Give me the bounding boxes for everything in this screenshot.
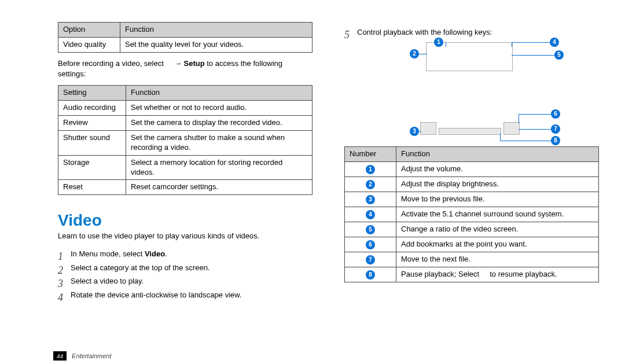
setting-cell: Shutter sound	[58, 130, 126, 155]
table-row: Audio recordingSet whether or not to rec…	[58, 101, 312, 116]
number-cell: 7	[345, 252, 396, 267]
settings-table: Setting Function Audio recordingSet whet…	[58, 85, 312, 195]
table-row: Setting Function	[58, 86, 312, 101]
callout-7-icon: 7	[551, 124, 560, 134]
function-cell: Set the camera to display the recorded v…	[126, 115, 312, 130]
setting-cell: Storage	[58, 155, 126, 180]
option-header: Option	[58, 23, 120, 38]
list-item: 3Select a video to play.	[58, 274, 312, 288]
option-table: Option Function Video quality Set the qu…	[58, 22, 312, 53]
callout-5-icon: 5	[554, 50, 564, 60]
key-number-icon: 5	[366, 225, 375, 234]
function-cell: Pause playback; Select to resume playbac…	[396, 267, 599, 282]
setting-cell: Audio recording	[58, 101, 126, 116]
table-row: 3Move to the previous file.	[345, 192, 599, 207]
table-row: Video quality Set the quality level for …	[58, 37, 312, 52]
key-number-icon: 2	[366, 180, 375, 189]
step-text: Control playback with the following keys…	[357, 28, 492, 36]
table-row: Option Function	[58, 23, 312, 38]
function-cell: Reset camcorder settings.	[126, 180, 312, 195]
key-number-icon: 1	[366, 165, 375, 174]
number-header: Number	[345, 147, 396, 162]
table-row: ResetReset camcorder settings.	[58, 180, 312, 195]
function-cell: Add bookmarks at the point you want.	[396, 237, 599, 252]
connector-line	[519, 129, 552, 130]
list-item: 5 Control playback with the following ke…	[344, 25, 599, 39]
playback-keys-table: Number Function 1Adjust the volume.2Adju…	[344, 146, 599, 282]
connector-line	[519, 114, 519, 123]
connector-line	[446, 42, 446, 47]
number-cell: 3	[345, 192, 396, 207]
steps-list-left: 1In Menu mode, select Video.2Select a ca…	[58, 247, 312, 302]
key-number-icon: 4	[366, 210, 375, 219]
function-cell: Adjust the volume.	[396, 162, 599, 177]
connector-line	[419, 54, 427, 54]
page-number: 44	[53, 351, 67, 361]
function-cell: Set the camera shutter to make a sound w…	[126, 130, 312, 155]
step-text: Select a category at the top of the scre…	[71, 263, 210, 272]
table-row: 1Adjust the volume.	[345, 162, 599, 177]
table-row: 7Move to the next file.	[345, 252, 599, 267]
table-row: 2Adjust the display brightness.	[345, 177, 599, 192]
playback-diagram: 1 2 3 4 5 6 7 8	[376, 42, 567, 141]
connector-line	[519, 114, 552, 115]
function-cell: Activate the 5.1 channel surround sound …	[396, 207, 599, 222]
connector-line	[512, 55, 556, 56]
page-footer: 44 Entertainment	[53, 352, 112, 359]
function-cell: Move to the previous file.	[396, 192, 599, 207]
number-cell: 2	[345, 177, 396, 192]
setting-cell: Review	[58, 115, 126, 130]
connector-line	[512, 42, 512, 47]
step-number: 5	[344, 25, 350, 44]
table-row: Number Function	[345, 147, 599, 162]
connector-line	[500, 141, 552, 141]
callout-6-icon: 6	[551, 109, 560, 119]
function-cell: Set the quality level for your videos.	[120, 37, 312, 52]
section-heading-video: Video	[58, 211, 312, 230]
chapter-name: Entertainment	[72, 352, 111, 359]
setting-cell: Reset	[58, 180, 126, 195]
connector-line	[512, 42, 551, 43]
key-number-icon: 3	[366, 195, 375, 204]
list-item: 2Select a category at the top of the scr…	[58, 261, 312, 274]
list-item: 4Rotate the device anti-clockwise to lan…	[58, 288, 312, 302]
presettings-para: Before recording a video, select → Setup…	[58, 58, 312, 79]
left-column: Option Function Video quality Set the qu…	[58, 22, 312, 305]
option-cell: Video quality	[58, 37, 120, 52]
function-cell: Select a memory location for storing rec…	[126, 155, 312, 180]
number-cell: 4	[345, 207, 396, 222]
function-header: Function	[120, 23, 312, 38]
text: Before recording a video, select	[58, 59, 164, 68]
table-row: ReviewSet the camera to display the reco…	[58, 115, 312, 130]
diagram-next-box	[503, 122, 520, 135]
number-cell: 5	[345, 222, 396, 237]
function-header: Function	[126, 86, 312, 101]
key-number-icon: 7	[366, 255, 375, 264]
key-number-icon: 8	[366, 270, 375, 280]
table-row: 5Change a ratio of the video screen.	[345, 222, 599, 237]
table-row: 4Activate the 5.1 channel surround sound…	[345, 207, 599, 222]
table-row: 8Pause playback; Select to resume playba…	[345, 267, 599, 282]
table-row: 6Add bookmarks at the point you want.	[345, 237, 599, 252]
page-root: Option Function Video quality Set the qu…	[0, 0, 625, 364]
steps-list-right: 5 Control playback with the following ke…	[344, 25, 599, 39]
callout-8-icon: 8	[551, 136, 560, 145]
function-header: Function	[396, 147, 599, 162]
table-row: Shutter soundSet the camera shutter to m…	[58, 130, 312, 155]
step-text: Rotate the device anti-clockwise to land…	[71, 291, 242, 299]
function-cell: Move to the next file.	[396, 252, 599, 267]
diagram-prev-box	[420, 122, 436, 135]
key-number-icon: 6	[366, 240, 375, 249]
function-cell: Change a ratio of the video screen.	[396, 222, 599, 237]
number-cell: 1	[345, 162, 396, 177]
right-column: 5 Control playback with the following ke…	[344, 22, 599, 282]
function-cell: Set whether or not to record audio.	[126, 101, 312, 116]
step-number: 4	[58, 288, 63, 307]
setting-header: Setting	[58, 86, 126, 101]
number-cell: 6	[345, 237, 396, 252]
diagram-progress-box	[439, 128, 501, 135]
callout-4-icon: 4	[550, 38, 559, 47]
section-intro: Learn to use the video player to play va…	[58, 231, 312, 241]
list-item: 1In Menu mode, select Video.	[58, 247, 312, 260]
connector-line	[419, 131, 421, 132]
